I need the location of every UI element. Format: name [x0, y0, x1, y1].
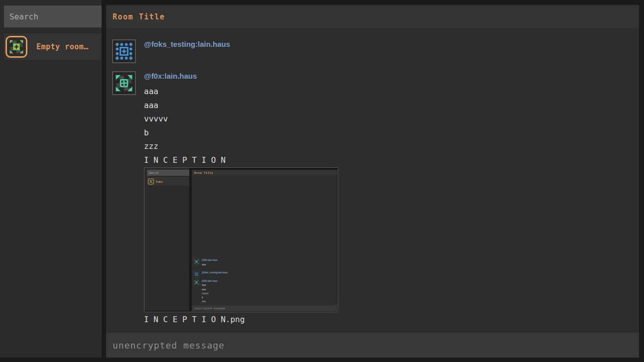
message-line: vvvvv — [144, 112, 338, 126]
mini-room-item: Foks — [147, 177, 189, 186]
mini-message-group: @f0x:lain.haus aaa aaa vvvvv b zzz — [194, 279, 218, 304]
mini-message-sender: @f0x:lain.haus — [202, 280, 218, 283]
mini-message-line: zzz — [202, 300, 218, 304]
room-header: Room Title — [106, 5, 639, 28]
foks-testing-identicon-icon — [115, 42, 133, 61]
message-sender: @f0x:lain.haus — [144, 72, 338, 81]
message-group: @foks_testing:lain.haus — [112, 39, 639, 63]
message-group: @f0x:lain.haus aaa aaa vvvvv b zzz I N C… — [112, 71, 639, 324]
mini-message-sender: @f0x:lain.haus — [202, 259, 218, 262]
mini-composer-input: unencrypted message — [192, 305, 337, 311]
green-identicon-icon — [149, 180, 153, 184]
mini-message-line: b — [202, 295, 218, 299]
mini-message-line: aaa — [202, 262, 218, 266]
mini-message-group: @foks_testing:lain.haus — [194, 271, 228, 277]
mini-search-input: Search — [147, 170, 189, 176]
search-input[interactable] — [4, 5, 102, 27]
f0x-identicon-icon — [194, 259, 199, 264]
embedded-screenshot: Search Foks Room Title — [144, 168, 338, 312]
message-line: zzz — [144, 139, 338, 153]
sidebar-room-item[interactable]: Empty room… — [4, 33, 102, 60]
attachment-filename: I N C E P T I O N.png — [144, 315, 338, 324]
room-name-label: Empty room… — [36, 42, 89, 51]
mini-message-line: aaa — [202, 283, 218, 287]
message-list: @foks_testing:lain.haus @f0x:lain.haus a… — [106, 28, 639, 333]
user-avatar — [112, 39, 136, 63]
message-sender: @foks_testing:lain.haus — [144, 40, 230, 49]
mini-message-line: vvvvv — [202, 291, 218, 295]
message-line: b — [144, 126, 338, 140]
composer-input[interactable] — [106, 333, 639, 358]
mini-room-name-label: Foks — [156, 180, 162, 183]
room-avatar — [5, 36, 27, 58]
sidebar: Empty room… — [0, 0, 102, 358]
mini-user-avatar — [194, 259, 200, 265]
mini-message-sender: @foks_testing:lain.haus — [202, 271, 228, 274]
message-line: aaa — [144, 85, 338, 99]
foks-testing-identicon-icon — [194, 272, 199, 276]
green-identicon-icon — [9, 39, 24, 54]
mini-user-avatar — [194, 279, 200, 285]
user-avatar — [112, 71, 136, 95]
mini-room-avatar — [148, 179, 154, 185]
mini-user-avatar — [194, 271, 200, 277]
mini-message-list: @f0x:lain.haus aaa @foks_testing:lain.ha… — [192, 176, 337, 305]
message-line: I N C E P T I O N — [144, 153, 338, 167]
f0x-identicon-icon — [115, 74, 133, 93]
mini-message-group: @f0x:lain.haus aaa — [194, 259, 218, 267]
message-line: aaa — [144, 99, 338, 113]
mini-room-title: Room Title — [192, 170, 337, 176]
message-attachment-image[interactable]: Search Foks Room Title — [144, 167, 338, 312]
f0x-identicon-icon — [194, 280, 199, 285]
mini-sidebar — [144, 168, 189, 311]
room-title: Room Title — [113, 12, 165, 21]
mini-message-line: aaa — [202, 287, 218, 291]
